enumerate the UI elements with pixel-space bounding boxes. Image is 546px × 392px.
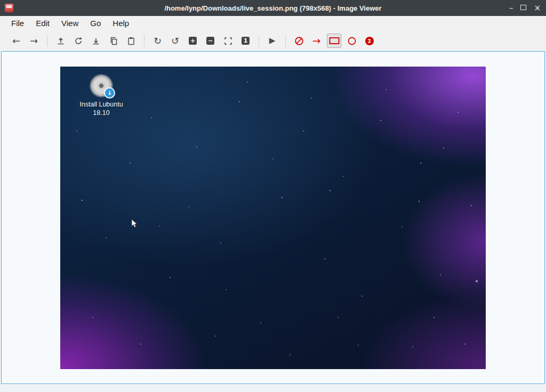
rotate-cw-icon: ↻ <box>154 36 162 46</box>
maximize-button[interactable] <box>520 0 526 16</box>
menu-go[interactable]: Go <box>84 17 107 30</box>
copy-icon <box>109 37 118 45</box>
rectangle-annotation-button[interactable] <box>327 34 341 48</box>
rotate-clockwise-button[interactable]: ↻ <box>150 34 165 48</box>
install-lubuntu-desktop-icon: ↓ Install Lubuntu 18.10 <box>75 75 128 118</box>
no-entry-icon <box>294 36 304 46</box>
fit-window-button[interactable] <box>221 34 235 48</box>
toolbar: ← → ↻ ↺ + − 1 ▶ → <box>0 30 546 51</box>
circle-annotation-button[interactable] <box>344 34 359 48</box>
window-controls: – × <box>509 0 541 16</box>
save-button[interactable] <box>89 34 103 48</box>
arrow-annotation-button[interactable]: → <box>309 34 324 48</box>
next-icon: → <box>30 36 38 46</box>
image-viewer-window: /home/lynp/Downloads/live_session.png (7… <box>0 0 546 392</box>
menu-help[interactable]: Help <box>107 17 135 30</box>
zoom-out-button[interactable]: − <box>203 34 218 48</box>
menu-edit[interactable]: Edit <box>30 17 55 30</box>
zoom-in-button[interactable]: + <box>186 34 200 48</box>
maximize-icon <box>520 5 526 10</box>
close-button[interactable]: × <box>534 0 541 16</box>
download-badge-icon: ↓ <box>104 87 115 99</box>
minimize-button[interactable]: – <box>509 0 513 16</box>
desktop-icon-label-line1: Install Lubuntu <box>75 100 128 109</box>
zoom-out-icon: − <box>206 37 214 45</box>
original-size-icon: 1 <box>242 37 250 45</box>
toolbar-separator <box>144 35 144 47</box>
open-file-button[interactable] <box>53 34 68 48</box>
window-title: /home/lynp/Downloads/live_session.png (7… <box>0 4 546 12</box>
rotate-ccw-icon: ↺ <box>171 36 179 46</box>
reload-button[interactable] <box>71 34 85 48</box>
menubar: File Edit View Go Help <box>0 16 546 30</box>
previous-icon: ← <box>12 36 20 46</box>
viewed-image[interactable]: ↓ Install Lubuntu 18.10 <box>60 67 486 369</box>
annotation-count-button[interactable]: 3 <box>362 34 376 48</box>
zoom-in-icon: + <box>189 37 197 45</box>
menu-view[interactable]: View <box>55 17 84 30</box>
save-icon <box>92 37 100 45</box>
red-arrow-icon: → <box>312 36 321 46</box>
toolbar-separator <box>47 35 47 47</box>
copy-button[interactable] <box>106 34 121 48</box>
image-view-area[interactable]: ↓ Install Lubuntu 18.10 <box>1 51 545 384</box>
slideshow-button[interactable]: ▶ <box>265 34 279 48</box>
toolbar-separator <box>285 35 286 47</box>
next-button[interactable]: → <box>27 34 41 48</box>
toolbar-separator <box>259 35 259 47</box>
circle-tool-icon <box>347 36 357 46</box>
desktop-icon-label: Install Lubuntu 18.10 <box>75 100 128 118</box>
paste-icon <box>127 37 135 45</box>
rotate-counterclockwise-button[interactable]: ↺ <box>168 34 182 48</box>
no-annotation-button[interactable] <box>292 34 306 48</box>
cd-disc-icon: ↓ <box>90 75 113 97</box>
desktop-icon-label-line2: 18.10 <box>75 109 128 117</box>
menu-file[interactable]: File <box>5 17 30 30</box>
play-icon: ▶ <box>269 37 276 45</box>
count-badge: 3 <box>365 37 374 45</box>
original-size-button[interactable]: 1 <box>238 34 253 48</box>
reload-icon <box>74 37 83 45</box>
statusbar <box>0 384 546 392</box>
fit-window-icon <box>224 37 232 45</box>
rectangle-tool-icon <box>329 37 340 45</box>
mouse-cursor <box>131 219 138 228</box>
titlebar[interactable]: /home/lynp/Downloads/live_session.png (7… <box>0 0 546 16</box>
paste-button[interactable] <box>124 34 138 48</box>
open-icon <box>57 37 65 45</box>
previous-button[interactable]: ← <box>9 34 23 48</box>
